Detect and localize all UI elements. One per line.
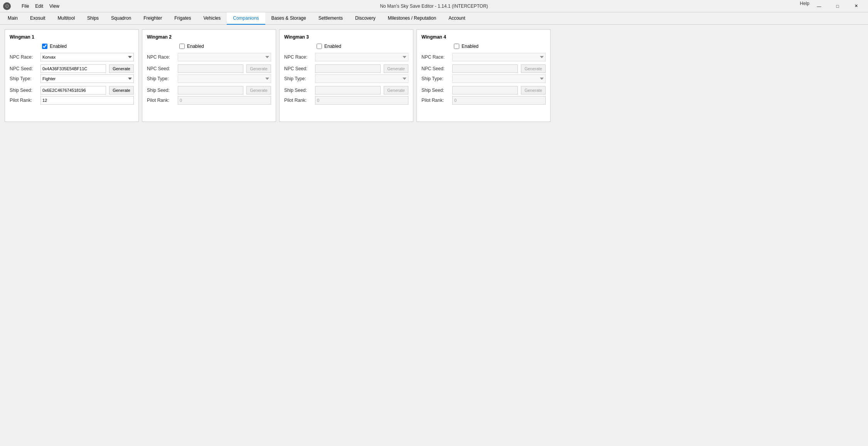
wingman3-ship-seed-label: Ship Seed:	[284, 88, 315, 93]
wingman3-ship-seed-group: Generate	[315, 86, 408, 95]
tab-multitool[interactable]: Multitool	[51, 12, 81, 25]
wingman4-enabled-label: Enabled	[462, 44, 479, 49]
title-bar-left: ⬡ File Edit View	[3, 2, 64, 11]
wingman1-ship-type-select[interactable]: Fighter Shuttle Explorer	[40, 74, 134, 83]
menu-view[interactable]: View	[46, 2, 62, 10]
wingman3-title: Wingman 3	[284, 34, 408, 40]
wingman2-ship-type-label: Ship Type:	[147, 76, 178, 81]
wingman2-enabled-label: Enabled	[187, 44, 204, 49]
wingman4-npc-seed-row: NPC Seed: Generate	[421, 64, 546, 73]
tab-ships[interactable]: Ships	[81, 12, 105, 25]
wingman3-ship-seed-generate-button[interactable]: Generate	[384, 86, 408, 95]
wingman4-pilot-rank-label: Pilot Rank:	[421, 98, 452, 103]
tab-exosuit[interactable]: Exosuit	[24, 12, 51, 25]
wingman2-enabled-row: Enabled	[147, 44, 271, 49]
wingman2-npc-seed-input[interactable]	[178, 64, 243, 73]
menu-edit[interactable]: Edit	[32, 2, 46, 10]
wingman1-pilot-rank-row: Pilot Rank:	[10, 96, 134, 105]
wingman1-ship-seed-generate-button[interactable]: Generate	[109, 86, 134, 95]
wingman3-panel: Wingman 3 Enabled NPC Race: NPC Seed: Ge…	[279, 29, 413, 122]
tab-discovery[interactable]: Discovery	[349, 12, 382, 25]
wingman1-ship-seed-input[interactable]	[40, 86, 106, 95]
wingman1-npc-seed-input[interactable]	[40, 64, 106, 73]
wingman3-npc-race-select[interactable]	[315, 53, 408, 61]
tab-account[interactable]: Account	[442, 12, 471, 25]
wingman2-ship-seed-generate-button[interactable]: Generate	[246, 86, 271, 95]
wingman2-npc-race-select[interactable]	[178, 53, 271, 61]
wingman4-ship-seed-label: Ship Seed:	[421, 88, 452, 93]
content-area: Wingman 1 Enabled NPC Race: Korvax Gek V…	[0, 25, 868, 127]
tab-companions[interactable]: Companions	[227, 12, 265, 25]
wingman1-pilot-rank-input[interactable]	[40, 96, 134, 105]
wingman3-npc-seed-input[interactable]	[315, 64, 381, 73]
wingman2-npc-seed-group: Generate	[178, 64, 271, 73]
wingman1-enabled-checkbox[interactable]	[42, 44, 47, 49]
wingman4-enabled-row: Enabled	[421, 44, 546, 49]
wingman1-npc-race-select[interactable]: Korvax Gek Vykeen	[40, 53, 134, 61]
menu-file[interactable]: File	[19, 2, 32, 10]
wingman3-npc-seed-generate-button[interactable]: Generate	[384, 64, 408, 73]
wingman1-npc-seed-label: NPC Seed:	[10, 66, 40, 71]
wingman3-ship-type-label: Ship Type:	[284, 76, 315, 81]
tab-bases-storage[interactable]: Bases & Storage	[265, 12, 312, 25]
tab-settlements[interactable]: Settlements	[312, 12, 349, 25]
wingman4-ship-seed-input[interactable]	[452, 86, 518, 95]
wingman2-pilot-rank-input[interactable]	[178, 96, 271, 105]
wingman1-ship-seed-group: Generate	[40, 86, 134, 95]
wingman4-npc-seed-input[interactable]	[452, 64, 518, 73]
wingman2-npc-race-label: NPC Race:	[147, 54, 178, 60]
wingman3-ship-seed-row: Ship Seed: Generate	[284, 86, 408, 95]
wingman1-ship-seed-label: Ship Seed:	[10, 88, 40, 93]
wingman3-enabled-checkbox[interactable]	[317, 44, 322, 49]
wingman4-ship-type-select[interactable]	[452, 74, 546, 83]
wingman2-panel: Wingman 2 Enabled NPC Race: NPC Seed: Ge…	[142, 29, 276, 122]
wingman4-pilot-rank-row: Pilot Rank:	[421, 96, 546, 105]
wingman2-ship-type-select[interactable]	[178, 74, 271, 83]
wingman1-npc-race-row: NPC Race: Korvax Gek Vykeen	[10, 53, 134, 61]
wingman4-pilot-rank-input[interactable]	[452, 96, 546, 105]
tab-milestones[interactable]: Milestones / Reputation	[382, 12, 442, 25]
tab-frigates[interactable]: Frigates	[168, 12, 197, 25]
wingman3-npc-race-row: NPC Race:	[284, 53, 408, 61]
wingman1-npc-race-label: NPC Race:	[10, 54, 40, 60]
wingman3-npc-race-label: NPC Race:	[284, 54, 315, 60]
close-button[interactable]: ✕	[847, 1, 865, 12]
minimize-button[interactable]: —	[810, 1, 828, 12]
wingman4-npc-seed-generate-button[interactable]: Generate	[521, 64, 546, 73]
wingman2-ship-seed-row: Ship Seed: Generate	[147, 86, 271, 95]
wingman3-ship-type-select[interactable]	[315, 74, 408, 83]
wingman3-pilot-rank-input[interactable]	[315, 96, 408, 105]
wingman1-pilot-rank-label: Pilot Rank:	[10, 98, 40, 103]
wingman3-npc-seed-row: NPC Seed: Generate	[284, 64, 408, 73]
maximize-button[interactable]: □	[829, 1, 846, 12]
wingman3-enabled-row: Enabled	[284, 44, 408, 49]
wingman3-pilot-rank-label: Pilot Rank:	[284, 98, 315, 103]
tab-vehicles[interactable]: Vehicles	[197, 12, 227, 25]
wingman3-pilot-rank-row: Pilot Rank:	[284, 96, 408, 105]
window-controls: Help — □ ✕	[800, 1, 865, 12]
wingman2-ship-seed-input[interactable]	[178, 86, 243, 95]
wingman1-npc-seed-row: NPC Seed: Generate	[10, 64, 134, 73]
wingman4-ship-type-row: Ship Type:	[421, 74, 546, 83]
wingman4-title: Wingman 4	[421, 34, 546, 40]
nav-tabs: Main Exosuit Multitool Ships Squadron Fr…	[0, 12, 868, 25]
tab-main[interactable]: Main	[2, 12, 24, 25]
wingman2-ship-seed-label: Ship Seed:	[147, 88, 178, 93]
wingman2-title: Wingman 2	[147, 34, 271, 40]
wingman2-npc-seed-generate-button[interactable]: Generate	[246, 64, 271, 73]
app-icon: ⬡	[3, 2, 11, 10]
wingman4-ship-seed-generate-button[interactable]: Generate	[521, 86, 546, 95]
wingman3-ship-seed-input[interactable]	[315, 86, 381, 95]
tab-freighter[interactable]: Freighter	[137, 12, 168, 25]
wingman4-npc-seed-label: NPC Seed:	[421, 66, 452, 71]
wingman4-npc-race-select[interactable]	[452, 53, 546, 61]
help-link[interactable]: Help	[800, 1, 809, 12]
wingman1-panel: Wingman 1 Enabled NPC Race: Korvax Gek V…	[5, 29, 139, 122]
wingman2-enabled-checkbox[interactable]	[179, 44, 185, 49]
wingman2-npc-race-row: NPC Race:	[147, 53, 271, 61]
wingman3-npc-seed-group: Generate	[315, 64, 408, 73]
wingman2-npc-seed-label: NPC Seed:	[147, 66, 178, 71]
wingman1-npc-seed-generate-button[interactable]: Generate	[109, 64, 134, 73]
tab-squadron[interactable]: Squadron	[105, 12, 137, 25]
wingman4-enabled-checkbox[interactable]	[454, 44, 459, 49]
